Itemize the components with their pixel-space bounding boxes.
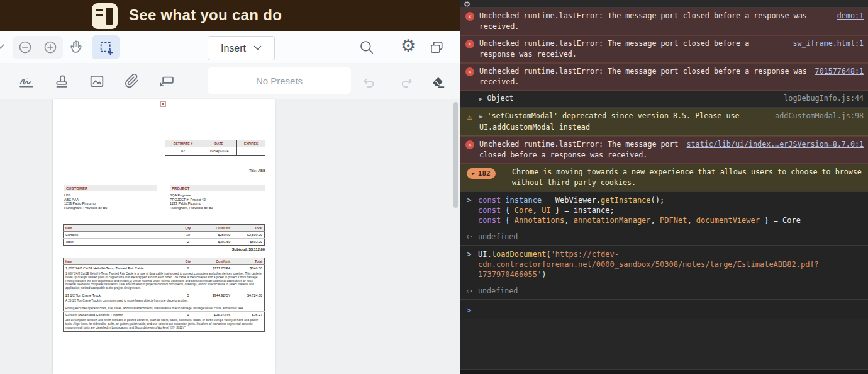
estimate-meta-table: ESTIMATE #DATEEXPIRES8219/Sep/2024 <box>165 140 265 156</box>
insert-dropdown[interactable]: Insert <box>208 36 275 60</box>
zoom-out-button[interactable] <box>18 40 33 55</box>
stamp-tool-button[interactable] <box>53 72 70 90</box>
console-source-ref[interactable]: addCustomModal.js:98 <box>770 111 868 122</box>
image-tool-button[interactable] <box>88 72 106 90</box>
item-total-cell: $4,724.60 <box>232 292 264 298</box>
console-source-link[interactable]: 701577648:1 <box>810 66 868 77</box>
signature-tool-button[interactable] <box>18 72 35 90</box>
expand-triangle-icon[interactable]: ▶ <box>479 96 482 102</box>
estimate-header-cell: DATE <box>201 140 237 147</box>
gear-icon: ⚙ <box>401 38 416 55</box>
estimate-header-cell: EXPIRES <box>237 140 265 147</box>
pdf-page: ESTIMATE #DATEEXPIRES8219/Sep/2024 Title… <box>53 99 275 374</box>
item-description-cell: Job Description: Smooth and finish surfa… <box>64 318 265 331</box>
console-error-row: ✕Unchecked runtime.lastError: The messag… <box>460 35 868 63</box>
console-result-arrow: ‹· <box>460 286 478 297</box>
repeat-count-badge[interactable]: ▶182 <box>467 168 496 179</box>
table-row: 23 1/2 Ton Crane Truck5$944.92/DY$4,724.… <box>64 292 265 298</box>
item-qty-cell: 5 <box>176 292 200 298</box>
table-row: Cement Mason and Concrete Finisher1$36.2… <box>64 312 265 319</box>
items-table-1: ItemQtyCost/UnitTotalCurtains10$250.90$2… <box>63 224 265 251</box>
console-message-text: Unchecked runtime.lastError: The message… <box>479 11 807 31</box>
item-cost-cell: $173.25/EA <box>200 265 232 272</box>
pan-hand-button[interactable] <box>68 38 85 55</box>
console-message-text: Chrome is moving towards a new experienc… <box>512 167 862 187</box>
console-result-value: undefined <box>478 232 518 242</box>
console-source-link[interactable]: sw_iframe.html:1 <box>787 38 868 49</box>
items-header-cell: Item <box>64 225 176 232</box>
console-result-row: ‹·undefined <box>460 229 868 246</box>
console-input-row: >const instance = WebViewer.getInstance(… <box>460 191 868 229</box>
error-icon: ✕ <box>465 140 474 149</box>
preset-display[interactable]: No Presets <box>208 67 351 94</box>
marquee-select-button[interactable] <box>92 35 120 59</box>
viewer-scrollbar[interactable] <box>453 102 458 208</box>
banner-title: See what you can do <box>129 6 282 24</box>
promo-banner: See what you can do <box>0 0 460 31</box>
search-button[interactable] <box>359 39 375 55</box>
toolbar-annotate: No Presets <box>0 63 460 100</box>
toolbar-main: Insert ⚙ <box>0 31 460 63</box>
panels-toggle-button[interactable] <box>428 39 445 55</box>
item-total-cell: $603.00 <box>232 239 264 246</box>
undo-button[interactable] <box>360 73 377 90</box>
preset-label: No Presets <box>256 76 303 86</box>
chevron-down-icon <box>253 45 262 51</box>
console-source-link[interactable]: demo:1 <box>832 11 868 21</box>
estimate-header-cell: ESTIMATE # <box>165 140 201 147</box>
items-header-cell: Total <box>232 258 264 265</box>
item-cost-cell: $36.27/Hrs <box>200 312 232 319</box>
console-message-text: Unchecked runtime.lastError: The message… <box>479 67 807 86</box>
table-row: Table2$301.50$603.00 <box>64 239 265 246</box>
document-title-line: Title: ABB <box>249 169 265 173</box>
estimate-value-cell: 82 <box>165 147 201 156</box>
console-count-row: ▶182Chrome is moving towards a new exper… <box>460 164 868 191</box>
console-result-row: ‹·undefined <box>460 283 868 300</box>
settings-gear-button[interactable]: ⚙ <box>401 38 416 55</box>
console-prompt-input[interactable] <box>478 305 868 315</box>
console-source-link[interactable]: static/lib/ui/index.…erJSVersion=8.7.0:1 <box>682 139 868 150</box>
table-row: 1,000' 24/8 Cat5E Helix/Hi-Temp Twisted … <box>64 265 265 272</box>
console-input-code[interactable]: const instance = WebViewer.getInstance()… <box>478 195 868 225</box>
customer-section: CUSTOMER LBS ABC AAA 1233 Pablo Pizzurno… <box>64 185 157 210</box>
expand-triangle-icon[interactable]: ▶ <box>479 113 482 120</box>
console-bottom-bar <box>460 369 868 374</box>
console-log: ✕Unchecked runtime.lastError: The messag… <box>460 8 868 319</box>
broken-image-icon <box>160 101 166 107</box>
webviewer-logo-icon <box>92 3 118 29</box>
document-viewport[interactable]: ESTIMATE #DATEEXPIRES8219/Sep/2024 Title… <box>0 99 460 374</box>
console-source-ref[interactable]: logDebugInfo.js:44 <box>779 93 868 104</box>
console-message-text: Object <box>487 94 513 103</box>
item-description-cell: 1,000' 24/8 Cat5E Helix/Hi-Temp Twisted … <box>64 271 265 292</box>
items-header-cell: Total <box>232 225 264 232</box>
console-prompt-row: > <box>460 300 868 319</box>
callout-tool-button[interactable] <box>158 72 175 90</box>
items-header-cell: Item <box>64 258 176 265</box>
item-qty-cell: 2 <box>176 239 200 246</box>
console-input-row: >UI.loadDocument('https://cfdev-cdn.cont… <box>460 246 868 283</box>
console-error-row: ✕Unchecked runtime.lastError: The messag… <box>460 8 868 35</box>
items-header-cell: Cost/Unit <box>200 258 232 265</box>
item-name-cell: Curtains <box>64 232 176 239</box>
devtools-gear-icon[interactable]: ⚙ <box>464 0 470 8</box>
zoom-in-button[interactable] <box>43 40 58 55</box>
project-header: PROJECT <box>170 185 265 191</box>
console-result-arrow: ‹· <box>460 232 478 242</box>
redo-button[interactable] <box>398 73 415 90</box>
chevron-down-icon[interactable] <box>0 43 5 50</box>
console-error-row: ✕Unchecked runtime.lastError: The messag… <box>460 136 868 164</box>
customer-lines: LBS ABC AAA 1233 Pablo Pizzurno Hurlingh… <box>64 193 157 210</box>
customer-header: CUSTOMER <box>64 185 157 191</box>
item-total-cell: $346.50 <box>232 265 264 272</box>
console-log-row: ▶ObjectlogDebugInfo.js:44 <box>460 91 868 108</box>
item-description-row: 1,000' 24/8 Cat5E Helix/Hi-Temp Twisted … <box>64 271 265 292</box>
item-qty-cell: 2 <box>176 265 200 272</box>
eraser-button[interactable] <box>430 73 447 90</box>
console-input-chevron: > <box>460 195 478 206</box>
console-input-code[interactable]: UI.loadDocument('https://cfdev-cdn.contr… <box>478 249 868 280</box>
items-header-cell: Qty <box>176 258 200 265</box>
attachment-tool-button[interactable] <box>123 72 141 90</box>
items-header-cell: Cost/Unit <box>200 225 232 232</box>
error-icon: ✕ <box>465 12 474 21</box>
item-description-cell: A 23 1/2 Ton Crane Truck is commonly use… <box>64 298 265 312</box>
